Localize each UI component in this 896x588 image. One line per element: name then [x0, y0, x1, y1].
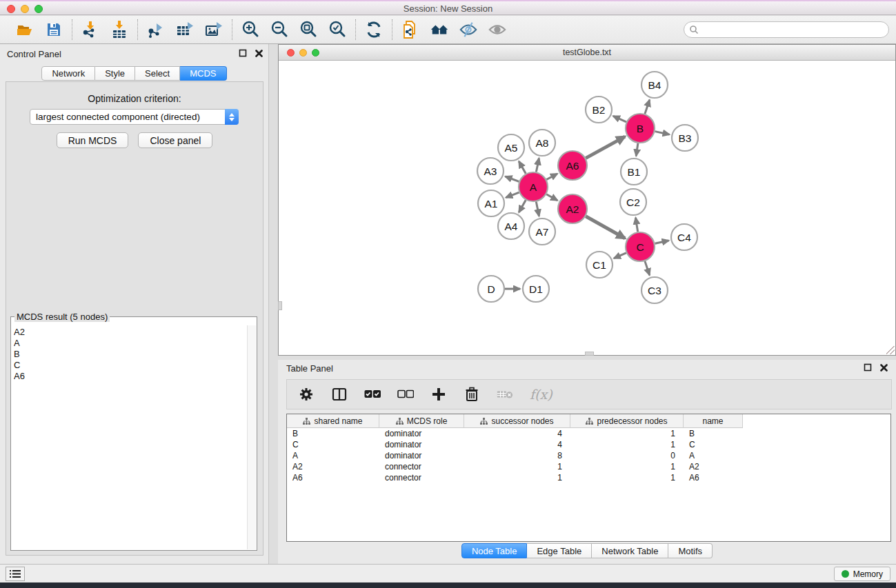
float-panel-icon[interactable]: [864, 363, 872, 372]
graph-node-B3[interactable]: B3: [672, 125, 698, 151]
graph-edge[interactable]: [635, 218, 637, 232]
result-item[interactable]: A: [14, 338, 247, 349]
refresh-icon[interactable]: [364, 20, 384, 39]
run-mcds-button[interactable]: Run MCDS: [57, 132, 129, 148]
table-cell[interactable]: B: [684, 428, 743, 439]
graph-edge[interactable]: [586, 136, 625, 158]
close-panel-button[interactable]: Close panel: [138, 132, 212, 148]
graph-edge[interactable]: [636, 143, 638, 156]
graph-node-B2[interactable]: B2: [586, 97, 612, 123]
network-canvas[interactable]: B4B2BB3A8A5A6B1A3AC2A1A2A4A7C4CC1C3DD1: [279, 61, 895, 354]
table-cell[interactable]: 4: [464, 439, 570, 450]
graph-edge[interactable]: [519, 200, 526, 212]
column-header[interactable]: shared name: [287, 414, 379, 428]
table-cell[interactable]: 1: [570, 439, 684, 450]
mcds-result-list[interactable]: A2ABCA6: [14, 327, 247, 549]
table-cell[interactable]: B: [287, 428, 379, 439]
window-resize-grip[interactable]: [886, 346, 895, 354]
graph-edge[interactable]: [586, 216, 625, 239]
tab-motifs[interactable]: Motifs: [668, 543, 713, 558]
deselect-all-checkboxes-icon[interactable]: [397, 386, 414, 403]
network-window-titlebar[interactable]: testGlobe.txt: [279, 45, 895, 61]
table-cell[interactable]: 1: [570, 461, 684, 472]
graph-node-A7[interactable]: A7: [529, 219, 555, 245]
float-panel-icon[interactable]: [239, 49, 247, 57]
memory-button[interactable]: Memory: [834, 567, 890, 581]
graph-node-B4[interactable]: B4: [641, 72, 668, 98]
tab-select[interactable]: Select: [135, 66, 180, 81]
table-cell[interactable]: C: [684, 439, 743, 450]
delete-column-trash-icon[interactable]: [464, 386, 480, 403]
tab-node-table[interactable]: Node Table: [461, 543, 528, 558]
tab-style[interactable]: Style: [95, 66, 135, 81]
graph-node-D[interactable]: D: [478, 276, 504, 302]
table-cell[interactable]: connector: [379, 472, 464, 483]
zoom-in-icon[interactable]: [241, 20, 260, 39]
tab-network[interactable]: Network: [41, 66, 95, 81]
graph-node-C2[interactable]: C2: [620, 189, 646, 215]
graph-edge[interactable]: [536, 202, 539, 216]
graph-edge[interactable]: [655, 132, 670, 135]
result-item[interactable]: B: [14, 349, 247, 360]
result-item[interactable]: A2: [14, 327, 247, 338]
table-settings-gear-icon[interactable]: [298, 386, 315, 403]
close-panel-icon[interactable]: [255, 50, 263, 57]
table-cell[interactable]: A2: [287, 461, 379, 472]
graph-edge[interactable]: [645, 100, 650, 114]
table-row[interactable]: Cdominator41C: [287, 439, 890, 450]
panel-divider-handle[interactable]: [585, 352, 594, 356]
graph-node-A1[interactable]: A1: [478, 190, 504, 216]
export-network-icon[interactable]: [146, 20, 166, 39]
table-cell[interactable]: A6: [287, 472, 379, 483]
graph-node-D1[interactable]: D1: [523, 276, 549, 302]
graph-edge[interactable]: [655, 241, 668, 243]
function-builder-icon[interactable]: f(x): [530, 386, 552, 403]
table-cell[interactable]: connector: [379, 461, 464, 472]
graph-edge[interactable]: [506, 176, 519, 181]
column-view-icon[interactable]: [331, 386, 348, 403]
table-row[interactable]: A6connector11A6: [287, 472, 890, 483]
tab-network-table[interactable]: Network Table: [592, 543, 668, 558]
graph-node-B[interactable]: B: [626, 114, 655, 143]
table-cell[interactable]: C: [287, 439, 379, 450]
graph-node-C[interactable]: C: [626, 232, 655, 261]
tab-mcds[interactable]: MCDS: [180, 66, 226, 81]
graph-edge[interactable]: [519, 161, 526, 174]
graph-node-C1[interactable]: C1: [586, 252, 613, 278]
zoom-out-icon[interactable]: [270, 20, 289, 39]
table-cell[interactable]: 1: [570, 472, 684, 483]
zoom-fit-icon[interactable]: [299, 20, 318, 39]
graph-edge[interactable]: [506, 192, 519, 198]
graph-node-A4[interactable]: A4: [498, 213, 524, 239]
graph-node-A5[interactable]: A5: [498, 134, 524, 161]
table-cell[interactable]: A2: [684, 461, 743, 472]
save-icon[interactable]: [44, 20, 63, 39]
graph-node-A3[interactable]: A3: [477, 158, 504, 184]
export-image-icon[interactable]: [204, 20, 223, 39]
open-folder-icon[interactable]: [15, 20, 34, 39]
table-cell[interactable]: 1: [570, 428, 684, 439]
graph-edge[interactable]: [546, 194, 557, 201]
show-hide-graphics-details-icon[interactable]: [459, 20, 478, 39]
graph-edge[interactable]: [645, 261, 650, 275]
first-neighbors-icon[interactable]: [430, 20, 449, 39]
import-network-icon[interactable]: [81, 20, 100, 39]
table-cell[interactable]: dominator: [379, 439, 464, 450]
graph-node-B1[interactable]: B1: [621, 159, 647, 185]
column-header[interactable]: MCDS role: [379, 414, 464, 428]
table-cell[interactable]: 1: [464, 472, 570, 483]
result-item[interactable]: C: [14, 360, 247, 371]
graph-node-C3[interactable]: C3: [641, 277, 668, 303]
search-input[interactable]: [684, 21, 889, 38]
import-table-icon[interactable]: [110, 20, 129, 39]
zoom-selected-icon[interactable]: [328, 20, 347, 39]
table-cell[interactable]: A: [684, 450, 743, 461]
node-table[interactable]: shared nameMCDS rolesuccessor nodesprede…: [286, 414, 891, 542]
table-cell[interactable]: 0: [570, 450, 684, 461]
column-header[interactable]: name: [684, 414, 743, 428]
new-network-from-selection-icon[interactable]: [401, 20, 420, 39]
delete-table-icon[interactable]: [497, 386, 513, 403]
result-scrollbar[interactable]: [247, 325, 256, 549]
graph-node-A8[interactable]: A8: [529, 130, 555, 156]
graph-node-A[interactable]: A: [519, 172, 548, 201]
